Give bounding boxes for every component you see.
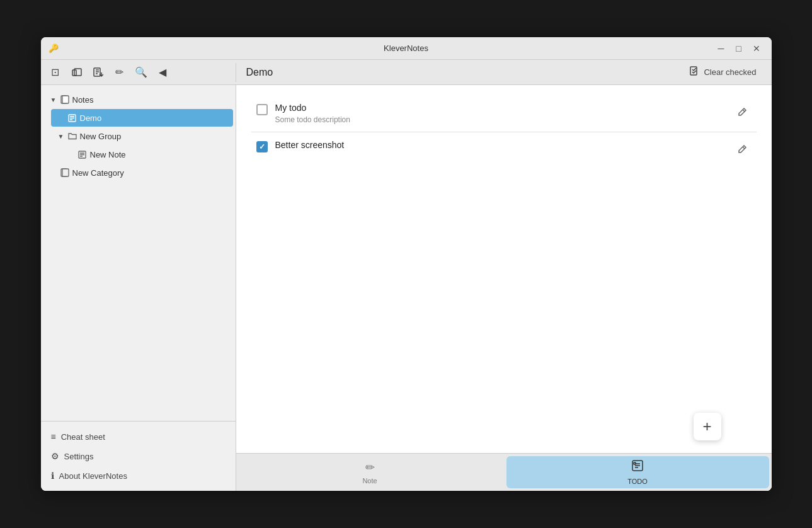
- fab-add-button[interactable]: +: [694, 413, 721, 440]
- note-tab-label: Note: [362, 477, 377, 485]
- about-label: About KleverNotes: [59, 471, 127, 481]
- notes-toggle-icon: ▼: [49, 95, 59, 105]
- new-note-label: New Note: [90, 150, 126, 159]
- sidebar-item-new-category[interactable]: ▶ New Category: [43, 164, 233, 181]
- tab-note[interactable]: ✏ Note: [239, 456, 501, 488]
- collapse-toolbar-button[interactable]: ◀: [153, 63, 172, 82]
- new-group-folder-icon: [67, 131, 77, 141]
- todo-2-checkbox[interactable]: [256, 141, 268, 152]
- svg-rect-11: [634, 462, 636, 464]
- todo-1-edit-button[interactable]: [733, 103, 752, 122]
- clear-checked-icon: [690, 66, 700, 78]
- sidebar-item-about[interactable]: ℹ About KleverNotes: [43, 466, 233, 485]
- sidebar-item-notes[interactable]: ▼ Notes: [43, 91, 233, 108]
- todo-1-content: My todo Some todo description: [275, 103, 725, 124]
- demo-note-icon: [67, 113, 77, 123]
- new-category-label: New Category: [72, 168, 124, 178]
- close-button[interactable]: ✕: [749, 41, 764, 56]
- content-wrapper: My todo Some todo description: [236, 85, 772, 491]
- edit-toolbar-button[interactable]: ✏: [110, 63, 129, 82]
- maximize-button[interactable]: □: [731, 41, 746, 56]
- todo-1-description: Some todo description: [275, 115, 725, 124]
- new-note-toolbar-button[interactable]: ⊡: [46, 63, 65, 82]
- todo-tab-icon: [631, 459, 644, 475]
- title-bar-left: 🔑: [49, 43, 59, 54]
- tab-bar: ✏ Note TODO: [236, 453, 772, 491]
- new-group-toggle-icon: ▼: [56, 131, 66, 141]
- window-controls: ─ □ ✕: [714, 41, 764, 56]
- clear-checked-label: Clear checked: [704, 67, 756, 77]
- content-scroll: My todo Some todo description: [236, 85, 772, 453]
- todo-2-title: Better screenshot: [275, 140, 725, 150]
- svg-rect-5: [62, 96, 69, 103]
- cheat-sheet-icon: ≡: [51, 432, 56, 442]
- settings-icon: ⚙: [51, 451, 59, 461]
- clear-checked-button[interactable]: Clear checked: [685, 64, 761, 81]
- toolbar-left: ⊡ ✏ 🔍 ◀: [41, 63, 236, 82]
- sidebar-tree: ▼ Notes ▶: [41, 85, 236, 421]
- main-layout: ▼ Notes ▶: [41, 85, 772, 491]
- svg-rect-9: [62, 169, 69, 176]
- notes-category-icon: [60, 95, 70, 105]
- notes-label: Notes: [72, 95, 94, 105]
- note-tab-icon: ✏: [365, 461, 375, 474]
- sidebar-item-new-group[interactable]: ▼ New Group: [51, 127, 233, 145]
- sidebar-item-settings[interactable]: ⚙ Settings: [43, 447, 233, 466]
- sidebar-item-demo[interactable]: ▶ Demo: [51, 109, 233, 127]
- cheat-sheet-label: Cheat sheet: [61, 432, 105, 442]
- settings-label: Settings: [64, 452, 94, 461]
- search-toolbar-button[interactable]: 🔍: [132, 63, 151, 82]
- sidebar-footer: ≡ Cheat sheet ⚙ Settings ℹ About KleverN…: [41, 421, 236, 491]
- new-category-icon: [60, 168, 70, 178]
- new-group-label: New Group: [80, 132, 122, 141]
- app-icon: 🔑: [49, 43, 59, 54]
- todo-item-1: My todo Some todo description: [251, 95, 757, 132]
- export-toolbar-button[interactable]: [89, 63, 108, 82]
- todo-1-checkbox[interactable]: [256, 104, 268, 115]
- sidebar-item-cheat-sheet[interactable]: ≡ Cheat sheet: [43, 427, 233, 446]
- todo-2-edit-button[interactable]: [733, 140, 752, 159]
- title-bar: 🔑 KleverNotes ─ □ ✕: [41, 37, 772, 60]
- minimize-button[interactable]: ─: [714, 41, 729, 56]
- new-group-toolbar-button[interactable]: [67, 63, 86, 82]
- toolbar-right: Demo Clear checked: [236, 64, 772, 81]
- about-icon: ℹ: [51, 471, 54, 481]
- todo-2-content: Better screenshot: [275, 140, 725, 152]
- todo-1-title: My todo: [275, 103, 725, 113]
- page-title: Demo: [246, 67, 273, 78]
- app-title: KleverNotes: [384, 43, 428, 53]
- content-area: My todo Some todo description: [236, 85, 772, 491]
- todo-tab-label: TODO: [627, 478, 648, 485]
- new-note-icon: [77, 149, 88, 159]
- demo-label: Demo: [80, 113, 102, 123]
- sidebar: ▼ Notes ▶: [41, 85, 236, 491]
- sidebar-item-new-note[interactable]: ▶ New Note: [61, 146, 233, 163]
- toolbar: ⊡ ✏ 🔍 ◀ Demo: [41, 60, 772, 85]
- todo-item-2: Better screenshot: [251, 132, 757, 166]
- tab-todo[interactable]: TODO: [506, 456, 769, 488]
- app-window: 🔑 KleverNotes ─ □ ✕ ⊡: [41, 37, 772, 491]
